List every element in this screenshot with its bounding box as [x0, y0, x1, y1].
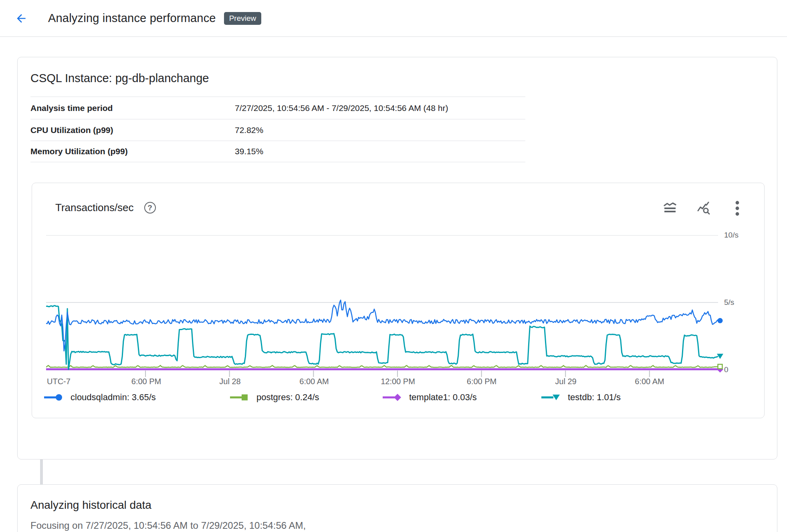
historical-card-title: Analyzing historical data — [30, 499, 151, 512]
x-axis-label: 12:00 PM — [381, 377, 415, 386]
legend-label: testdb: 1.01/s — [568, 392, 621, 403]
series-end-marker-postgres — [718, 364, 722, 369]
legend-marker-triangle-down — [541, 394, 561, 401]
row-value: 72.82% — [235, 125, 263, 135]
table-row: Memory Utilization (p99) 39.15% — [30, 141, 525, 162]
x-axis-label: 6:00 AM — [299, 377, 329, 386]
back-button[interactable] — [14, 12, 28, 25]
help-icon[interactable]: ? — [144, 202, 156, 214]
chart-title: Transactions/sec — [55, 202, 134, 214]
timezone-label: UTC-7 — [47, 377, 71, 386]
legend-marker-diamond — [383, 394, 402, 401]
instance-card: CSQL Instance: pg-db-planchange Analysis… — [17, 57, 777, 459]
legend-item-template1[interactable]: template1: 0.03/s — [383, 392, 477, 403]
y-axis-label: 5/s — [724, 298, 752, 307]
x-axis-label: Jul 29 — [555, 377, 576, 386]
transactions-chart-card: Transactions/sec ? — [32, 183, 765, 418]
x-axis-label: Jul 28 — [219, 377, 240, 386]
legend-label: postgres: 0.24/s — [256, 392, 319, 403]
row-value: 39.15% — [235, 147, 263, 156]
chart-toolbar — [662, 201, 745, 216]
row-value: 7/27/2025, 10:54:56 AM - 7/29/2025, 10:5… — [235, 103, 448, 113]
series-postgres — [46, 365, 718, 367]
x-axis-label: 6:00 PM — [131, 377, 161, 386]
page: Analyzing instance performance Preview C… — [0, 0, 787, 532]
legend-item-postgres[interactable]: postgres: 0.24/s — [230, 392, 319, 403]
table-row: CPU Utilization (p99) 72.82% — [30, 119, 525, 141]
legend-item-testdb[interactable]: testdb: 1.01/s — [541, 392, 621, 403]
instance-info-table: Analysis time period 7/27/2025, 10:54:56… — [30, 97, 525, 162]
timeline-connector — [40, 459, 43, 484]
stacked-chart-icon[interactable] — [662, 201, 678, 216]
legend-marker-circle — [44, 394, 63, 401]
row-label: CPU Utilization (p99) — [30, 125, 235, 135]
row-label: Memory Utilization (p99) — [30, 147, 235, 156]
series-cloudsqladmin — [46, 300, 718, 351]
y-axis-label: 10/s — [724, 231, 752, 240]
header: Analyzing instance performance Preview — [0, 0, 787, 37]
preview-badge: Preview — [224, 12, 262, 25]
series-end-marker-cloudsqladmin — [718, 318, 723, 323]
arrow-back-icon — [15, 12, 28, 25]
historical-card-body: Focusing on 7/27/2025, 10:54:56 AM to 7/… — [30, 520, 306, 531]
legend-item-cloudsqladmin[interactable]: cloudsqladmin: 3.65/s — [44, 392, 156, 403]
series-testdb — [46, 306, 718, 369]
legend-marker-square — [230, 394, 249, 401]
legend-label: cloudsqladmin: 3.65/s — [71, 392, 156, 403]
more-options-icon[interactable] — [730, 201, 745, 216]
row-label: Analysis time period — [30, 103, 235, 113]
legend-label: template1: 0.03/s — [409, 392, 477, 403]
instance-card-title: CSQL Instance: pg-db-planchange — [30, 72, 209, 85]
explore-chart-icon[interactable] — [696, 201, 711, 216]
transactions-chart[interactable] — [46, 235, 723, 379]
page-title: Analyzing instance performance — [48, 12, 216, 25]
x-axis-label: 6:00 PM — [467, 377, 496, 386]
historical-card: Analyzing historical data Focusing on 7/… — [17, 484, 777, 532]
x-axis-label: 6:00 AM — [635, 377, 664, 386]
table-row: Analysis time period 7/27/2025, 10:54:56… — [30, 97, 525, 119]
y-axis-label: 0 — [724, 365, 752, 374]
